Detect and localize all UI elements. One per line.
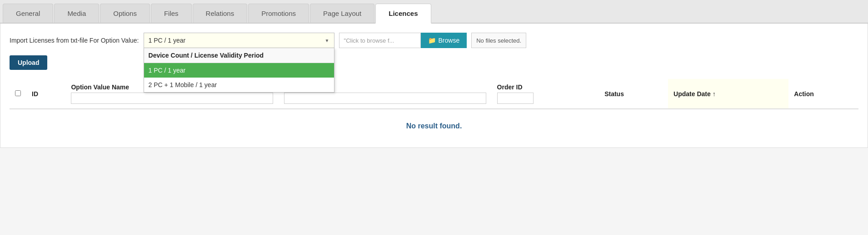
browse-button[interactable]: Browse (421, 33, 467, 48)
option-value-dropdown[interactable]: 1 PC / 1 year ▼ (144, 33, 334, 48)
tab-files[interactable]: Files (151, 4, 192, 23)
licenses-table: ID Option Value Name License Key Order I… (10, 79, 858, 143)
filter-license-key[interactable] (284, 93, 486, 104)
tab-page-layout[interactable]: Page Layout (310, 4, 374, 23)
dropdown-option-2[interactable]: 2 PC + 1 Mobile / 1 year (144, 78, 334, 92)
th-order-id: Order ID (492, 79, 599, 109)
tab-options[interactable]: Options (100, 4, 150, 23)
dropdown-arrow-icon: ▼ (325, 38, 329, 43)
no-result-row: No result found. (10, 109, 858, 143)
import-label: Import Licenses from txt-file For Option… (10, 37, 139, 44)
file-path-display: "Click to browse f... (339, 33, 421, 48)
th-id-label: ID (32, 90, 38, 98)
filter-option-value-name[interactable] (71, 93, 273, 104)
import-row: Import Licenses from txt-file For Option… (10, 33, 858, 48)
dropdown-menu-header: Device Count / License Validity Period (144, 48, 334, 63)
tab-relations[interactable]: Relations (193, 4, 248, 23)
th-id: ID (26, 79, 65, 109)
upload-button[interactable]: Upload (10, 55, 47, 70)
file-input-area: "Click to browse f... Browse (339, 33, 467, 48)
th-checkbox (10, 79, 26, 109)
table-header-row: ID Option Value Name License Key Order I… (10, 79, 858, 109)
th-update-date[interactable]: Update Date ↑ (668, 79, 788, 109)
th-status-label: Status (604, 90, 624, 98)
licenses-table-container: ID Option Value Name License Key Order I… (10, 79, 858, 143)
th-update-date-label: Update Date ↑ (673, 90, 716, 98)
licences-content: Import Licenses from txt-file For Option… (0, 24, 868, 148)
tab-bar: General Media Options Files Relations Pr… (0, 0, 868, 24)
tab-licences[interactable]: Licences (375, 4, 431, 24)
no-files-label: No files selected. (471, 33, 526, 48)
th-option-value-name-label: Option Value Name (71, 83, 129, 91)
tab-general[interactable]: General (3, 4, 53, 23)
filter-order-id[interactable] (497, 93, 534, 104)
dropdown-menu: Device Count / License Validity Period 1… (144, 48, 334, 93)
upload-row: Upload (10, 55, 858, 70)
dropdown-option-1[interactable]: 1 PC / 1 year (144, 63, 334, 78)
th-order-id-label: Order ID (497, 83, 523, 91)
select-all-checkbox[interactable] (15, 90, 21, 96)
th-action: Action (788, 79, 858, 109)
browse-label: Browse (439, 37, 460, 44)
dropdown-selected-value: 1 PC / 1 year (149, 37, 322, 44)
th-status: Status (599, 79, 668, 109)
tab-media[interactable]: Media (54, 4, 99, 23)
tab-promotions[interactable]: Promotions (248, 4, 309, 23)
option-value-dropdown-wrapper: 1 PC / 1 year ▼ Device Count / License V… (144, 33, 334, 48)
no-result-text: No result found. (10, 109, 858, 143)
th-action-label: Action (794, 90, 814, 98)
folder-icon (428, 37, 436, 44)
